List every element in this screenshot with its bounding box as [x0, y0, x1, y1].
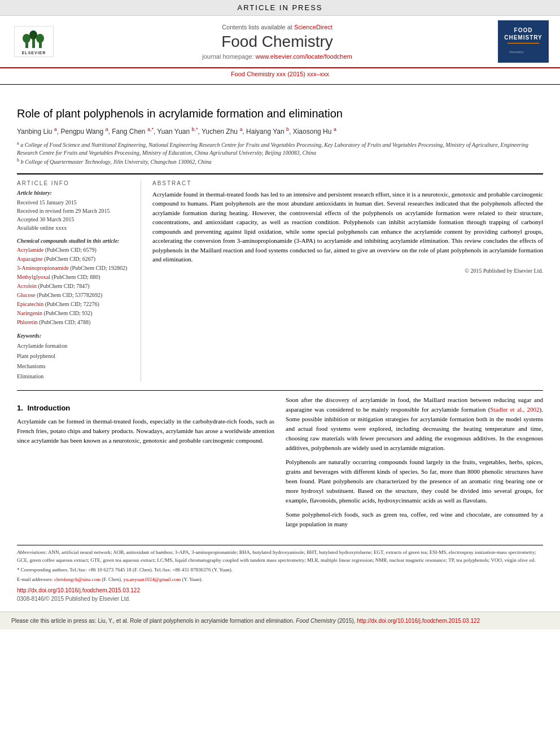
keywords-label: Keywords: [17, 333, 132, 339]
header-divider [0, 84, 560, 85]
compound-methylglyoxal: Methylglyoxal (PubChem CID; 880) [17, 273, 132, 282]
email-prefix: E-mail addresses: [17, 576, 54, 582]
authors-line: Yanbing Liu a, Pengpu Wang a, Fang Chen … [17, 126, 543, 136]
citation-journal: Food Chemistry [296, 618, 336, 624]
homepage-url[interactable]: www.elsevier.com/locate/foodchem [256, 53, 352, 60]
intro-number: 1. [17, 404, 23, 412]
journal-homepage: journal homepage: www.elsevier.com/locat… [56, 53, 498, 60]
intro-paragraph-4: Some polyphenol-rich foods, such as gree… [286, 510, 543, 529]
compound-link-2[interactable]: Asparagine [17, 256, 43, 262]
compound-link-9[interactable]: Phloretin [17, 319, 38, 325]
citation-bar: Please cite this article in press as: Li… [0, 611, 560, 630]
keyword-3: Mechanisms [17, 361, 132, 372]
email-chen[interactable]: chenfangch@sina.com [54, 576, 100, 582]
elsevier-logo: ELSEVIER [11, 26, 56, 57]
compound-link-5[interactable]: Acrolein [17, 283, 37, 289]
compound-naringenin: Naringenin (PubChem CID; 932) [17, 309, 132, 318]
affiliation-a: a College of Food Science and Nutritiona… [17, 142, 528, 156]
email-yuan-name: (Y. Yuan). [182, 576, 203, 582]
citation-doi[interactable]: http://dx.doi.org/10.1016/j.foodchem.201… [357, 618, 480, 624]
compound-link-7[interactable]: Epicatechin [17, 301, 43, 307]
homepage-prefix: journal homepage: [202, 53, 255, 60]
corresponding-author-note: * Corresponding authors. Tel./fax: +86 1… [17, 566, 543, 574]
title-divider [17, 173, 543, 174]
citation-suffix: (2015), [336, 618, 357, 624]
journal-header-center: Contents lists available at ScienceDirec… [56, 24, 498, 60]
article-info-abstract-section: ARTICLE INFO Article history: Received 1… [17, 180, 543, 382]
abbreviations-text: ANN, artificial neural network; AOB, ant… [17, 549, 536, 563]
revised-date: Received in revised form 29 March 2015 [17, 207, 132, 215]
intro-heading: Introduction [27, 404, 70, 412]
online-date: Available online xxxx [17, 224, 132, 232]
email-yuan[interactable]: yu.anyuan1024@gmail.com [124, 576, 181, 582]
compound-asparagine: Asparagine (PubChem CID; 6267) [17, 255, 132, 264]
keywords-list: Acrylamide formation Plant polyphenol Me… [17, 341, 132, 382]
elsevier-logo-image: ELSEVIER [14, 26, 54, 57]
article-info-column: ARTICLE INFO Article history: Received 1… [17, 180, 141, 382]
intro-paragraph-3: Polyphenols are naturally occurring comp… [286, 457, 543, 505]
affiliations: a a College of Food Science and Nutritio… [17, 140, 543, 167]
article-history-label: Article history: [17, 190, 132, 196]
sciencedirect-link: Contents lists available at ScienceDirec… [56, 24, 498, 30]
abstract-header: ABSTRACT [152, 180, 543, 186]
compounds-label: Chemical compounds studied in this artic… [17, 238, 132, 244]
keyword-4: Elimination [17, 372, 132, 382]
received-date: Received 15 January 2015 [17, 198, 132, 207]
elsevier-text: ELSEVIER [22, 51, 46, 55]
keyword-1: Acrylamide formation [17, 341, 132, 351]
intro-paragraph-1: Acrylamide can be formed in thermal-trea… [17, 417, 274, 445]
doi-link[interactable]: http://dx.doi.org/10.1016/j.foodchem.201… [17, 587, 140, 593]
citation-prefix: Please cite this article in press as: Li… [11, 618, 296, 624]
compound-phloretin: Phloretin (PubChem CID; 4788) [17, 318, 132, 327]
abstract-text: Acrylamide found in thermal-treated food… [152, 190, 543, 264]
abbreviations-footnote: Abbreviations: ANN, artificial neural ne… [17, 549, 543, 564]
stadler-ref[interactable]: Stadler et al., 2002 [490, 406, 539, 413]
svg-text:chemistry: chemistry [509, 50, 524, 54]
introduction-col-left: 1. Introduction Acrylamide can be formed… [17, 395, 274, 534]
abstract-column: ABSTRACT Acrylamide found in thermal-tre… [152, 180, 543, 382]
svg-point-5 [36, 34, 44, 43]
journal-header: ELSEVIER Contents lists available at Sci… [0, 16, 560, 68]
svg-point-4 [29, 30, 37, 40]
introduction-section: 1. Introduction Acrylamide can be formed… [17, 395, 543, 534]
sciencedirect-url[interactable]: ScienceDirect [294, 24, 333, 30]
doi-line: http://dx.doi.org/10.1016/j.foodchem.201… [17, 586, 543, 595]
email-chen-name: (F. Chen), [102, 576, 123, 582]
intro-paragraph-2: Soon after the discovery of acrylamide i… [286, 395, 543, 453]
compound-acrylamide: Acrylamide (PubChem CID; 6579) [17, 246, 132, 255]
abstract-copyright: © 2015 Published by Elsevier Ltd. [152, 268, 543, 274]
logo-divider [508, 43, 539, 43]
svg-point-3 [23, 34, 30, 43]
article-info-header: ARTICLE INFO [17, 180, 132, 186]
compound-link-3[interactable]: 3-Aminopropionamide [17, 265, 69, 271]
keyword-2: Plant polyphenol [17, 351, 132, 361]
abstract-divider [17, 390, 543, 391]
compound-link-6[interactable]: Glucose [17, 292, 36, 298]
email-footnote: E-mail addresses: chenfangch@sina.com (F… [17, 576, 543, 584]
abbreviations-label: Abbreviations: [17, 549, 47, 555]
compound-link-1[interactable]: Acrylamide [17, 247, 43, 253]
main-content: Role of plant polyphenols in acrylamide … [0, 89, 560, 611]
article-in-press-banner: ARTICLE IN PRESS [0, 0, 560, 16]
compound-link-8[interactable]: Naringenin [17, 310, 42, 316]
corresponding-text: * Corresponding authors. Tel./fax: +86 1… [17, 567, 233, 573]
accepted-date: Accepted 30 March 2015 [17, 215, 132, 224]
compound-3apa: 3-Aminopropionamide (PubChem CID; 192802… [17, 264, 132, 273]
compound-acrolein: Acrolein (PubChem CID; 7847) [17, 282, 132, 291]
paper-title: Role of plant polyphenols in acrylamide … [17, 106, 543, 121]
affiliation-b: b College of Quartermaster Technology, J… [21, 159, 212, 165]
introduction-col-right: Soon after the discovery of acrylamide i… [286, 395, 543, 534]
compound-epicatechin: Epicatechin (PubChem CID; 72276) [17, 300, 132, 309]
compound-link-4[interactable]: Methylglyoxal [17, 274, 50, 280]
footnotes-area: Abbreviations: ANN, artificial neural ne… [17, 545, 543, 603]
food-chemistry-logo: FOOD CHEMISTRY chemistry [498, 20, 549, 63]
copyright-line: 0308-8146/© 2015 Published by Elsevier L… [17, 595, 543, 603]
compound-glucose: Glucose (PubChem CID; 537782692) [17, 291, 132, 300]
sciencedirect-prefix: Contents lists available at [222, 24, 294, 30]
journal-citation-link[interactable]: Food Chemistry xxx (2015) xxx–xxx [231, 71, 329, 77]
journal-title: Food Chemistry [56, 33, 498, 51]
intro-title: 1. Introduction [17, 404, 274, 412]
food-chemistry-logo-text: FOOD CHEMISTRY [504, 27, 542, 41]
